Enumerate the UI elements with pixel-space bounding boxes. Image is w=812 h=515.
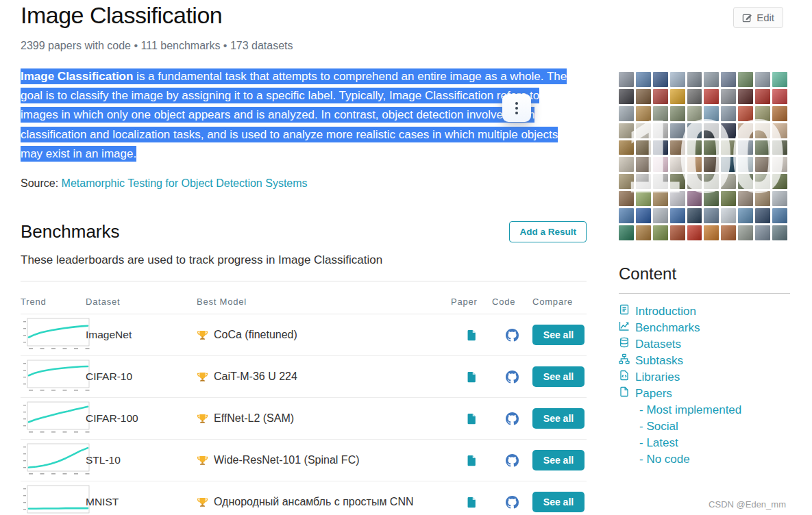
- best-model-cell[interactable]: Wide-ResNet-101 (Spinal FC): [197, 454, 451, 466]
- table-row[interactable]: ImageNetCoCa (finetuned)See all: [21, 314, 587, 356]
- best-model-cell[interactable]: EffNet-L2 (SAM): [197, 412, 451, 425]
- github-icon[interactable]: [506, 370, 519, 384]
- col-compare: Compare: [532, 297, 587, 307]
- vertical-ellipsis-icon: [515, 102, 518, 114]
- code-link-cell[interactable]: [492, 329, 532, 342]
- table-row[interactable]: STL-10Wide-ResNet-101 (Spinal FC)See all: [21, 440, 587, 481]
- source-link[interactable]: Metamorphic Testing for Object Detection…: [62, 177, 308, 189]
- benchmarks-subtitle: These leaderboards are used to track pro…: [21, 253, 587, 267]
- trend-cell: [21, 358, 94, 395]
- table-row[interactable]: CIFAR-10CaiT-M-36 U 224See all: [21, 356, 587, 398]
- see-all-button[interactable]: See all: [532, 366, 585, 387]
- content-item-social[interactable]: - Social: [619, 418, 790, 435]
- content-item-label: Introduction: [635, 303, 696, 320]
- code-link-cell[interactable]: [492, 370, 532, 384]
- content-item-label: - No code: [639, 451, 690, 468]
- paper-link-cell[interactable]: [451, 329, 492, 341]
- paper-link-cell[interactable]: [451, 455, 492, 466]
- thumbnail-horse: [636, 191, 651, 206]
- content-item-benchmarks[interactable]: Benchmarks: [619, 320, 790, 336]
- thumbnail-airplane: [636, 72, 651, 87]
- table-row[interactable]: CIFAR-100EffNet-L2 (SAM)See all: [21, 398, 587, 440]
- thumbnail-deer: [653, 140, 668, 155]
- content-item-datasets[interactable]: Datasets: [619, 336, 790, 353]
- thumbnail-dog: [687, 157, 702, 172]
- thumbnail-dog: [721, 157, 736, 172]
- github-icon[interactable]: [506, 329, 519, 342]
- thumbnail-truck: [738, 225, 753, 240]
- dataset-link[interactable]: CIFAR-10: [86, 370, 197, 383]
- thumbnail-airplane: [704, 72, 719, 87]
- thumbnail-airplane: [721, 72, 736, 87]
- thumbnail-automobile: [670, 89, 685, 104]
- benchmarks-header: Benchmarks Add a Result: [21, 221, 587, 242]
- trend-cell: [21, 442, 94, 479]
- thumbnail-bird: [704, 106, 719, 121]
- content-item-latest[interactable]: - Latest: [619, 435, 790, 451]
- thumbnail-bird: [653, 106, 668, 121]
- thumbnail-frog: [670, 174, 685, 189]
- trophy-icon: [197, 455, 208, 466]
- paper-icon[interactable]: [466, 371, 478, 383]
- code-link-cell[interactable]: [492, 454, 532, 467]
- paper-icon[interactable]: [466, 455, 478, 466]
- content-item-no-code[interactable]: - No code: [619, 451, 790, 468]
- best-model-cell[interactable]: CaiT-M-36 U 224: [197, 370, 451, 383]
- paper-link-cell[interactable]: [451, 371, 492, 383]
- content-item-papers[interactable]: Papers: [619, 386, 790, 402]
- content-item-libraries[interactable]: Libraries: [619, 369, 790, 386]
- code-link-cell[interactable]: [492, 496, 532, 509]
- trend-sparkline: [21, 483, 94, 515]
- thumbnail-cat: [653, 123, 668, 138]
- thumbnail-ship: [772, 208, 787, 223]
- thumbnail-frog: [772, 174, 787, 189]
- thumbnail-bird: [636, 106, 651, 121]
- table-row[interactable]: MNISTОднородный ансамбль с простым CNNSe…: [21, 481, 587, 515]
- see-all-button[interactable]: See all: [532, 325, 585, 345]
- dataset-link[interactable]: STL-10: [86, 454, 197, 466]
- col-dataset: Dataset: [86, 297, 197, 307]
- paper-link-cell[interactable]: [451, 413, 492, 425]
- thumbnail-ship: [670, 208, 685, 223]
- selected-text: Image Classification is a fundamental ta…: [21, 68, 567, 162]
- page-title: Image Classification: [21, 0, 587, 30]
- code-link-cell[interactable]: [492, 412, 532, 425]
- content-item-label: Libraries: [635, 369, 680, 386]
- thumbnail-automobile: [704, 89, 719, 104]
- dataset-link[interactable]: ImageNet: [86, 329, 197, 341]
- see-all-button[interactable]: See all: [532, 492, 585, 512]
- thumbnail-truck: [636, 225, 651, 240]
- file-icon: [619, 386, 630, 402]
- github-icon[interactable]: [506, 412, 519, 425]
- dataset-link[interactable]: CIFAR-100: [86, 412, 197, 425]
- content-item-introduction[interactable]: Introduction: [619, 303, 790, 320]
- selection-menu-button[interactable]: [502, 94, 531, 122]
- see-all-button[interactable]: See all: [532, 450, 585, 470]
- add-result-button[interactable]: Add a Result: [509, 221, 587, 242]
- paper-icon[interactable]: [466, 329, 478, 341]
- paper-icon[interactable]: [466, 413, 478, 425]
- github-icon[interactable]: [506, 496, 519, 509]
- see-all-button[interactable]: See all: [532, 408, 585, 429]
- content-item-label: Datasets: [635, 336, 681, 353]
- thumbnail-cat: [721, 123, 736, 138]
- thumbnail-automobile: [687, 89, 702, 104]
- dataset-link[interactable]: MNIST: [86, 496, 197, 508]
- content-item-most-implemented[interactable]: - Most implemented: [619, 402, 790, 418]
- thumbnail-dog: [619, 157, 634, 172]
- content-item-subtasks[interactable]: Subtasks: [619, 353, 790, 369]
- thumbnail-deer: [721, 140, 736, 155]
- trophy-icon: [197, 497, 208, 508]
- thumbnail-dog: [653, 157, 668, 172]
- thumbnail-dog: [670, 157, 685, 172]
- best-model-cell[interactable]: Однородный ансамбль с простым CNN: [197, 496, 451, 508]
- edit-button[interactable]: Edit: [733, 7, 783, 28]
- graph-icon: [619, 320, 630, 336]
- source-line: Source: Metamorphic Testing for Object D…: [21, 177, 587, 190]
- thumbnail-bird: [619, 106, 634, 121]
- thumbnail-truck: [721, 225, 736, 240]
- paper-link-cell[interactable]: [451, 497, 492, 508]
- paper-icon[interactable]: [466, 497, 478, 508]
- github-icon[interactable]: [506, 454, 519, 467]
- best-model-cell[interactable]: CoCa (finetuned): [197, 329, 451, 341]
